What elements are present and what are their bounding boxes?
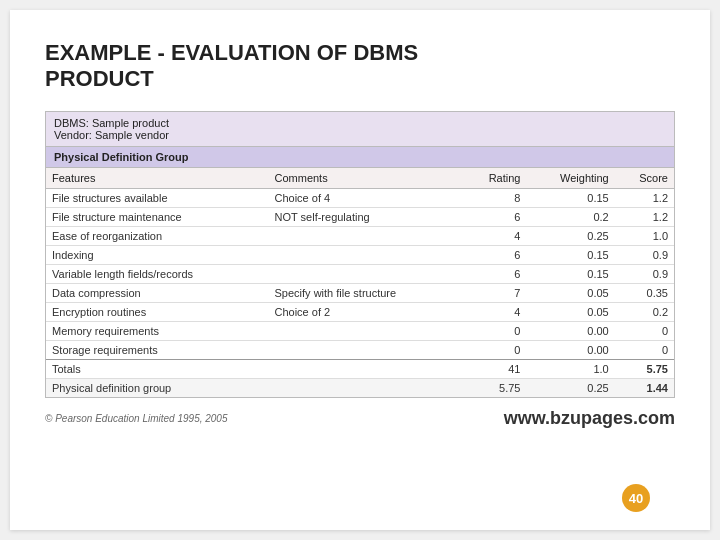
evaluation-table: DBMS: Sample product Vendor: Sample vend… <box>45 111 675 398</box>
cell-weighting: 0.15 <box>526 264 614 283</box>
cell-feature: File structures available <box>46 188 269 207</box>
col-rating: Rating <box>463 168 527 189</box>
totals-comments <box>269 359 463 378</box>
col-weighting: Weighting <box>526 168 614 189</box>
cell-rating: 0 <box>463 321 527 340</box>
vendor-label: Vendor: Sample vendor <box>54 129 666 141</box>
cell-feature: Variable length fields/records <box>46 264 269 283</box>
cell-comments <box>269 226 463 245</box>
column-headers: Features Comments Rating Weighting Score <box>46 168 674 189</box>
table-row: Variable length fields/records 6 0.15 0.… <box>46 264 674 283</box>
cell-comments <box>269 321 463 340</box>
cell-comments: Choice of 4 <box>269 188 463 207</box>
cell-rating: 6 <box>463 207 527 226</box>
cell-feature: Storage requirements <box>46 340 269 359</box>
table-row: Ease of reorganization 4 0.25 1.0 <box>46 226 674 245</box>
cell-feature: Ease of reorganization <box>46 226 269 245</box>
cell-comments: Choice of 2 <box>269 302 463 321</box>
website-text: www.bzupages.com <box>504 408 675 429</box>
cell-weighting: 0.25 <box>526 226 614 245</box>
table-row: File structure maintenance NOT self-regu… <box>46 207 674 226</box>
dbms-label: DBMS: Sample product <box>54 117 666 129</box>
cell-comments: NOT self-regulating <box>269 207 463 226</box>
section-header: Physical Definition Group <box>46 147 674 168</box>
cell-score: 0.2 <box>615 302 674 321</box>
cell-weighting: 0.00 <box>526 340 614 359</box>
cell-comments <box>269 340 463 359</box>
group-score-weighting: 0.25 <box>526 378 614 397</box>
cell-comments <box>269 245 463 264</box>
cell-feature: Data compression <box>46 283 269 302</box>
col-features: Features <box>46 168 269 189</box>
copyright-text: © Pearson Education Limited 1995, 2005 <box>45 413 228 424</box>
cell-comments <box>269 264 463 283</box>
cell-score: 1.0 <box>615 226 674 245</box>
group-score-row: Physical definition group 5.75 0.25 1.44 <box>46 378 674 397</box>
cell-score: 0.35 <box>615 283 674 302</box>
totals-score: 5.75 <box>615 359 674 378</box>
totals-label: Totals <box>46 359 269 378</box>
cell-feature: Encryption routines <box>46 302 269 321</box>
table-row: Encryption routines Choice of 2 4 0.05 0… <box>46 302 674 321</box>
cell-weighting: 0.15 <box>526 188 614 207</box>
cell-weighting: 0.00 <box>526 321 614 340</box>
cell-weighting: 0.15 <box>526 245 614 264</box>
cell-feature: Memory requirements <box>46 321 269 340</box>
cell-score: 1.2 <box>615 207 674 226</box>
cell-weighting: 0.05 <box>526 302 614 321</box>
totals-rating: 41 <box>463 359 527 378</box>
col-score: Score <box>615 168 674 189</box>
table-row: Memory requirements 0 0.00 0 <box>46 321 674 340</box>
cell-rating: 6 <box>463 245 527 264</box>
cell-comments: Specify with file structure <box>269 283 463 302</box>
page-number: 40 <box>622 484 650 512</box>
col-comments: Comments <box>269 168 463 189</box>
cell-rating: 4 <box>463 302 527 321</box>
group-score-value: 5.75 <box>463 378 527 397</box>
table-row: Indexing 6 0.15 0.9 <box>46 245 674 264</box>
slide-title: EXAMPLE - EVALUATION OF DBMS PRODUCT <box>45 40 675 93</box>
cell-feature: Indexing <box>46 245 269 264</box>
group-score-label: Physical definition group <box>46 378 269 397</box>
cell-rating: 4 <box>463 226 527 245</box>
cell-feature: File structure maintenance <box>46 207 269 226</box>
table-row: File structures available Choice of 4 8 … <box>46 188 674 207</box>
cell-weighting: 0.05 <box>526 283 614 302</box>
cell-score: 0 <box>615 340 674 359</box>
group-score-empty <box>269 378 463 397</box>
cell-rating: 6 <box>463 264 527 283</box>
cell-rating: 8 <box>463 188 527 207</box>
table-dbms-info: DBMS: Sample product Vendor: Sample vend… <box>46 112 674 147</box>
cell-rating: 7 <box>463 283 527 302</box>
table-row: Storage requirements 0 0.00 0 <box>46 340 674 359</box>
totals-weighting: 1.0 <box>526 359 614 378</box>
table-row: Data compression Specify with file struc… <box>46 283 674 302</box>
footer: © Pearson Education Limited 1995, 2005 w… <box>45 408 675 429</box>
cell-rating: 0 <box>463 340 527 359</box>
cell-score: 0.9 <box>615 245 674 264</box>
cell-score: 0.9 <box>615 264 674 283</box>
totals-row: Totals 41 1.0 5.75 <box>46 359 674 378</box>
cell-weighting: 0.2 <box>526 207 614 226</box>
group-score-total: 1.44 <box>615 378 674 397</box>
cell-score: 1.2 <box>615 188 674 207</box>
cell-score: 0 <box>615 321 674 340</box>
slide: EXAMPLE - EVALUATION OF DBMS PRODUCT DBM… <box>10 10 710 530</box>
